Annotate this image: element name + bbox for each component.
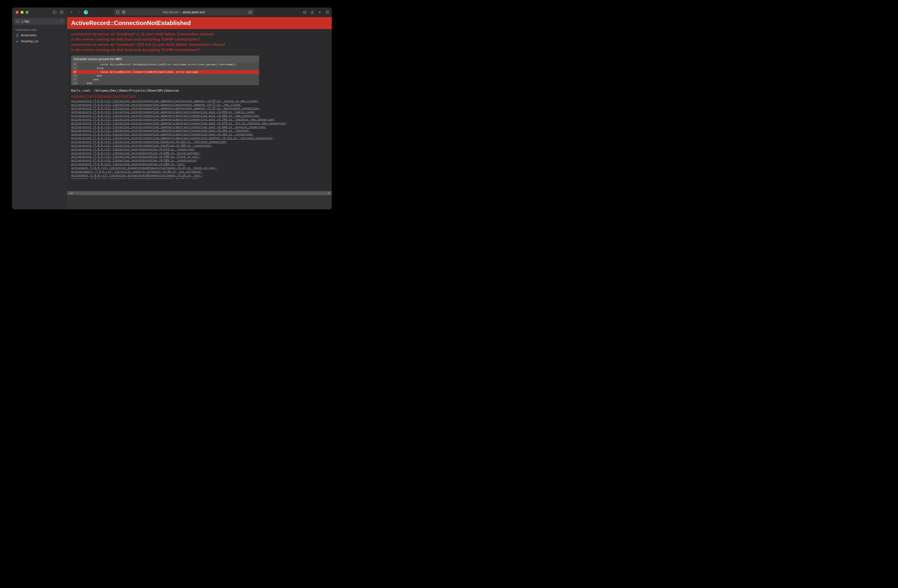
svg-point-14 [62,21,63,22]
source-line: raise ActiveRecord::DatabaseConnectionEr… [78,63,259,66]
forward-button[interactable] [77,10,81,14]
address-bar[interactable]: Not Secure — admin.jdeen.test [114,9,254,15]
svg-rect-3 [62,11,63,14]
trace-line[interactable]: activerecord (7.0.0.rc1) lib/active_reco… [71,159,328,163]
svg-rect-2 [60,11,62,14]
trace-line[interactable]: activerecord (7.0.0.rc1) lib/active_reco… [71,144,328,148]
source-line: else [78,66,259,70]
new-tab-button[interactable] [318,10,322,14]
address-text: Not Secure — admin.jdeen.test [163,11,205,14]
trace-line[interactable]: activerecord (7.0.0.rc1) lib/active_reco… [71,111,328,114]
tab-grid-button[interactable] [325,10,329,14]
web-console-bar[interactable]: >> x [67,191,332,195]
line-number: 89 [71,78,78,81]
trace-line[interactable]: activerecord (7.0.0.rc1) lib/active_reco… [71,163,328,166]
svg-rect-26 [326,12,327,14]
toolbar: Not Secure — admin.jdeen.test [67,8,332,17]
svg-rect-4 [17,20,19,22]
svg-point-10 [62,21,62,21]
display-icon [16,20,20,23]
svg-point-9 [61,21,61,21]
bookmark-icon [15,34,19,37]
close-window-button[interactable] [15,11,18,14]
trace-line[interactable]: activerecord (7.0.0.rc1) lib/active_reco… [71,122,328,126]
reload-button[interactable] [248,10,252,14]
reading-list-label: Reading List [21,40,38,43]
grid-icon[interactable] [60,20,63,23]
trace-line[interactable]: activerecord (7.0.0.rc1) lib/active_reco… [71,148,328,152]
reader-mode-icon[interactable] [122,10,126,14]
share-button[interactable] [310,10,314,14]
trace-line[interactable]: activerecord (7.0.0.rc1) lib/active_reco… [71,126,328,129]
tab-label: 1 Tab [22,20,29,23]
tab-item[interactable]: 1 Tab [14,18,65,25]
trace-line[interactable]: activerecord (7.0.0.rc1) lib/active_reco… [71,107,328,111]
trace-line[interactable]: activerecord (7.0.0.rc1) lib/active_reco… [71,133,328,137]
main-pane: Not Secure — admin.jdeen.test ActiveReco… [67,8,332,209]
error-title: ActiveRecord::ConnectionNotEstablished [67,17,332,29]
source-line: end [78,81,259,85]
glasses-icon [15,40,19,43]
trace-line[interactable]: activerecord (7.0.0.rc1) lib/active_reco… [71,103,328,107]
trace-line[interactable]: activerecord (7.0.0.rc1) lib/active_reco… [71,155,328,159]
trace-line[interactable]: actionpack (7.0.0.rc1) lib/action_dispat… [71,166,328,170]
svg-rect-27 [328,12,329,14]
source-code-table: 85 raise ActiveRecord::DatabaseConnectio… [71,63,259,85]
trace-line[interactable]: activerecord (7.0.0.rc1) lib/active_reco… [71,100,328,103]
rails-root: Rails.root: /Volumes/Dev/JDeen/Projects/… [67,85,332,94]
zoom-window-button[interactable] [26,11,29,14]
trace-line[interactable]: activerecord (7.0.0.rc1) lib/active_reco… [71,152,328,155]
trace-tab-framework[interactable]: Framework Trace [97,94,120,98]
trace-tab-application[interactable]: Application Trace [71,94,94,98]
trace-line[interactable]: actionpack (7.0.0.rc1) lib/action_dispat… [71,174,328,178]
trace-line[interactable]: activerecord (7.0.0.rc1) lib/active_reco… [71,140,328,144]
grammarly-extension-icon[interactable] [84,10,88,15]
svg-rect-0 [53,11,56,14]
svg-point-8 [62,20,63,20]
console-prompt: >> [70,192,73,195]
minimize-window-button[interactable] [20,11,23,14]
trace-line[interactable]: activerecord (7.0.0.rc1) lib/active_reco… [71,118,328,122]
svg-point-16 [17,41,18,42]
console-close-button[interactable]: x [328,192,329,195]
line-number: 90 [71,81,78,85]
browser-window: 1 Tab Collected Links Bookmarks Reading … [12,8,332,209]
svg-rect-24 [326,11,327,12]
svg-point-6 [61,20,61,20]
svg-point-11 [62,21,63,21]
trace-line[interactable]: activerecord (7.0.0.rc1) lib/active_reco… [71,114,328,118]
page-content: ActiveRecord::ConnectionNotEstablished c… [67,17,332,209]
sidebar-toggle-icon[interactable] [52,10,57,14]
extracted-source-title: Extracted source (around line #87): [71,55,259,63]
svg-point-13 [62,21,62,22]
shield-icon[interactable] [116,10,120,14]
traffic-lights [15,11,29,14]
sidebar-item-reading-list[interactable]: Reading List [12,38,67,45]
web-console-area[interactable] [67,195,332,209]
error-message: connection to server at "localhost" (::1… [71,32,328,52]
trace-line[interactable]: activerecord (7.0.0.rc1) lib/active_reco… [71,137,328,140]
extracted-source-box: Extracted source (around line #87): 85 r… [71,55,259,85]
tab-overview-icon[interactable] [60,10,64,14]
svg-point-7 [62,20,62,20]
svg-point-15 [16,41,17,42]
bookmark-button[interactable] [303,10,307,14]
sidebar-item-bookmarks[interactable]: Bookmarks [12,32,67,38]
svg-rect-25 [328,11,329,12]
line-number: 85 [71,63,78,66]
back-button[interactable] [70,10,74,14]
trace-line[interactable]: activesupport (7.0.0.rc1) lib/active_sup… [71,170,328,174]
line-number: 86 [71,66,78,70]
trace-list: activerecord (7.0.0.rc1) lib/active_reco… [67,99,332,179]
bookmarks-label: Bookmarks [21,34,37,37]
trace-tab-full[interactable]: Full Trace [123,94,136,98]
svg-point-12 [61,21,61,22]
svg-marker-20 [303,11,306,14]
source-line: end [78,78,259,81]
trace-line[interactable]: activerecord (7.0.0.rc1) lib/active_reco… [71,129,328,133]
trace-tabs: Application Trace | Framework Trace | Fu… [67,94,332,99]
collected-links-heading: Collected Links [12,26,67,32]
sidebar: 1 Tab Collected Links Bookmarks Reading … [12,8,67,209]
line-number: 87 [71,70,78,74]
trace-line[interactable]: actionpack (7.0.0.rc1) lib/action_dispat… [71,177,328,179]
